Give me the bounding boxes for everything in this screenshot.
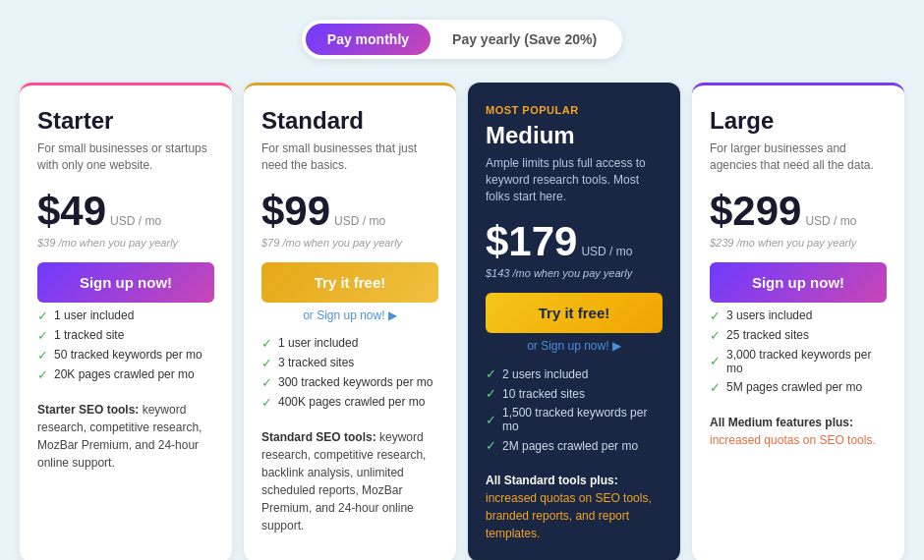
monthly-toggle-btn[interactable]: Pay monthly	[306, 24, 431, 55]
medium-try-btn[interactable]: Try it free!	[486, 293, 663, 333]
list-item: ✓25 tracked sites	[710, 328, 887, 343]
large-subtitle: For larger businesses and agencies that …	[710, 140, 887, 174]
standard-price-row: $99 USD / mo	[261, 188, 438, 235]
list-item: ✓3 tracked sites	[261, 356, 438, 370]
list-item: ✓10 tracked sites	[486, 386, 663, 401]
standard-try-btn[interactable]: Try it free!	[261, 262, 438, 303]
large-features: ✓3 users included ✓25 tracked sites ✓3,0…	[710, 308, 887, 400]
pricing-cards: Starter For small businesses or startups…	[20, 83, 904, 560]
check-icon: ✓	[261, 375, 272, 390]
starter-features: ✓1 user included ✓1 tracked site ✓50 tra…	[37, 308, 214, 387]
check-icon: ✓	[261, 356, 272, 370]
large-price-row: $299 USD / mo	[710, 188, 887, 235]
list-item: ✓300 tracked keywords per mo	[261, 375, 438, 390]
standard-card: Standard For small businesses that just …	[244, 83, 456, 560]
check-icon: ✓	[37, 348, 48, 363]
medium-price-usd: USD / mo	[581, 245, 632, 258]
standard-or-signup: or Sign up now! ▶	[261, 308, 438, 322]
starter-price: $49	[37, 188, 106, 235]
medium-features: ✓2 users included ✓10 tracked sites ✓1,5…	[486, 366, 663, 458]
check-icon: ✓	[710, 354, 721, 368]
large-title: Large	[710, 107, 887, 135]
list-item: ✓400K pages crawled per mo	[261, 395, 438, 410]
medium-card: MOST POPULAR Medium Ample limits plus fu…	[468, 83, 680, 560]
check-icon: ✓	[486, 366, 496, 381]
check-icon: ✓	[710, 328, 721, 343]
list-item: ✓1 user included	[261, 336, 438, 351]
starter-tools: Starter SEO tools: keyword research, com…	[37, 401, 214, 472]
check-icon: ✓	[261, 395, 272, 410]
check-icon: ✓	[261, 336, 272, 351]
starter-signup-btn[interactable]: Sign up now!	[37, 262, 214, 303]
starter-price-row: $49 USD / mo	[37, 188, 214, 235]
check-icon: ✓	[710, 380, 721, 395]
large-price-usd: USD / mo	[805, 214, 856, 228]
list-item: ✓3 users included	[710, 308, 887, 323]
list-item: ✓1 user included	[37, 308, 214, 323]
medium-tools: All Standard tools plus: increased quota…	[486, 472, 663, 542]
standard-price: $99	[261, 188, 330, 235]
medium-price-row: $179 USD / mo	[486, 218, 663, 265]
large-tools: All Medium features plus: increased quot…	[710, 414, 887, 449]
billing-toggle: Pay monthly Pay yearly (Save 20%)	[302, 20, 622, 59]
list-item: ✓50 tracked keywords per mo	[37, 348, 214, 363]
medium-title: Medium	[486, 122, 663, 149]
large-price-yearly: $239 /mo when you pay yearly	[710, 237, 887, 249]
list-item: ✓1,500 tracked keywords per mo	[486, 406, 663, 433]
medium-subtitle: Ample limits plus full access to keyword…	[486, 155, 663, 204]
starter-price-yearly: $39 /mo when you pay yearly	[37, 237, 214, 249]
yearly-toggle-btn[interactable]: Pay yearly (Save 20%)	[431, 24, 618, 55]
list-item: ✓2 users included	[486, 366, 663, 381]
large-signup-btn[interactable]: Sign up now!	[710, 262, 887, 303]
standard-price-yearly: $79 /mo when you pay yearly	[261, 237, 438, 249]
standard-tools: Standard SEO tools: keyword research, co…	[261, 428, 438, 534]
most-popular-badge: MOST POPULAR	[486, 104, 663, 116]
list-item: ✓20K pages crawled per mo	[37, 367, 214, 382]
starter-price-usd: USD / mo	[110, 214, 161, 228]
list-item: ✓1 tracked site	[37, 328, 214, 343]
check-icon: ✓	[486, 438, 496, 453]
check-icon: ✓	[486, 413, 496, 427]
check-icon: ✓	[710, 308, 721, 323]
starter-subtitle: For small businesses or startups with on…	[37, 140, 214, 174]
starter-card: Starter For small businesses or startups…	[20, 83, 232, 560]
medium-price-yearly: $143 /mo when you pay yearly	[486, 267, 663, 279]
list-item: ✓5M pages crawled per mo	[710, 380, 887, 395]
large-price: $299	[710, 188, 801, 235]
starter-title: Starter	[37, 107, 214, 135]
standard-features: ✓1 user included ✓3 tracked sites ✓300 t…	[261, 336, 438, 415]
medium-or-signup: or Sign up now! ▶	[486, 339, 663, 353]
medium-price: $179	[486, 218, 577, 265]
check-icon: ✓	[37, 367, 48, 382]
list-item: ✓2M pages crawled per mo	[486, 438, 663, 453]
standard-title: Standard	[261, 107, 438, 135]
standard-subtitle: For small businesses that just need the …	[261, 140, 438, 174]
check-icon: ✓	[486, 386, 496, 401]
check-icon: ✓	[37, 328, 48, 343]
list-item: ✓3,000 tracked keywords per mo	[710, 348, 887, 375]
standard-price-usd: USD / mo	[334, 214, 385, 228]
large-card: Large For larger businesses and agencies…	[692, 83, 904, 560]
check-icon: ✓	[37, 308, 48, 323]
